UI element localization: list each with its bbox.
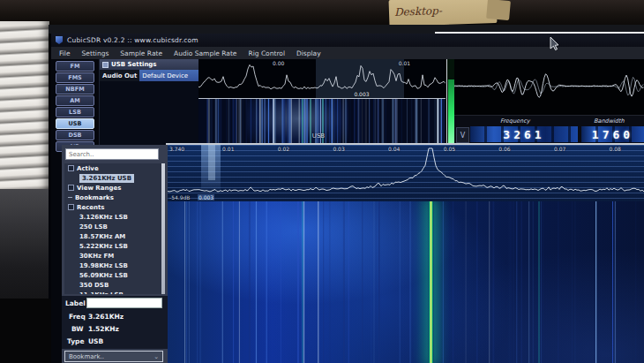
main-spectrum-view[interactable]: 3.740 -54.9dB 0.003 0.010.020.030.040.05…	[168, 145, 644, 201]
tree-item-label: 19.98KHz LSB	[79, 262, 128, 269]
type-field-value: USB	[88, 337, 103, 345]
mouse-cursor-arrow	[549, 36, 560, 52]
tree-item-11-1khz-lsb[interactable]: 11.1KHz LSB	[64, 290, 165, 294]
bandwidth-value[interactable]: 1760	[592, 128, 633, 141]
demod-waterfall-view[interactable]: USB	[198, 99, 446, 143]
tree-section-view-ranges[interactable]: View Ranges	[64, 183, 165, 193]
tree-expand-icon[interactable]	[68, 204, 74, 210]
main-spectrum-tick: 0.07	[554, 146, 565, 152]
audio-out-label: Audio Out	[100, 70, 139, 81]
tree-expand-icon[interactable]	[68, 197, 72, 198]
main-spectrum-tick: 0.02	[278, 146, 289, 152]
tree-section-bookmarks[interactable]: Bookmarks	[64, 193, 165, 202]
mode-button-lsb[interactable]: LSB	[56, 107, 94, 117]
frequency-value[interactable]: 3261	[503, 128, 544, 141]
tree-item-250-lsb[interactable]: 250 LSB	[64, 222, 165, 231]
demod-settings-title: USB Settings	[111, 61, 157, 68]
tree-expand-icon[interactable]	[68, 185, 74, 191]
mode-button-nbfm[interactable]: NBFM	[56, 84, 94, 95]
main-spectrum-tick: 0.04	[388, 146, 400, 152]
tree-section-label: Recents	[77, 204, 105, 211]
demod-center-frequency-label: 0.003	[354, 91, 369, 97]
tree-item-350-dsb[interactable]: 350 DSB	[64, 280, 165, 290]
main-spectrum-tick: 0.05	[444, 146, 455, 152]
main-spectrum-trace	[168, 145, 644, 201]
menu-rig-control[interactable]: Rig Control	[248, 49, 285, 57]
tree-expand-icon[interactable]	[68, 165, 74, 171]
tree-item-label: 5.222KHz LSB	[79, 243, 128, 250]
mode-button-fms[interactable]: FMS	[56, 72, 94, 83]
monitor-bezel-corner	[0, 299, 51, 363]
demod-spectrum-tick: 0.00	[273, 60, 284, 66]
tree-item-5-222khz-lsb[interactable]: 5.222KHz LSB	[64, 241, 165, 251]
tree-section-label: View Ranges	[77, 185, 121, 192]
handwritten-tape-label: Desktop-	[389, 0, 498, 26]
bookmark-dropdown[interactable]: Bookmark.. ⌄	[64, 351, 163, 362]
tree-section-label: Bookmarks	[75, 194, 114, 201]
demod-settings-header: USB Settings	[100, 59, 199, 70]
main-spectrum-tick: 0.01	[222, 146, 234, 152]
scope-traces	[454, 59, 644, 115]
tree-item-30khz-fm[interactable]: 30KHz FM	[64, 251, 165, 261]
modem-selector: FMFMSNBFMAMLSBUSBDSBI/Q	[51, 59, 99, 146]
chevron-down-icon: ⌄	[154, 353, 159, 360]
tree-scrollbar[interactable]	[161, 163, 165, 294]
mode-button-fm[interactable]: FM	[56, 61, 94, 72]
bw-field-caption: BW	[71, 325, 84, 333]
tree-item-label: 350 DSB	[79, 282, 109, 289]
tree-item-18-57khz-am[interactable]: 18.57KHz AM	[64, 231, 165, 241]
tree-item-label: 56.09KHz LSB	[79, 272, 128, 279]
strong-signal-carrier-line	[428, 201, 434, 363]
freq-field-value: 3.261KHz	[88, 313, 124, 321]
bandwidth-digits-control[interactable]: 1760	[581, 126, 644, 142]
tree-item-label: 3.261KHz USB	[79, 174, 134, 183]
type-field-caption: Type	[67, 337, 85, 345]
tape-scrap	[486, 0, 511, 20]
main-spectrum-tick: 0.03	[333, 146, 344, 152]
tree-item-3-261khz-usb[interactable]: 3.261KHz USB	[64, 173, 165, 183]
tree-section-recents[interactable]: Recents	[64, 202, 165, 212]
tree-section-active[interactable]: Active	[64, 163, 165, 173]
demod-spectrum-view[interactable]: 0.003 0.000.01	[198, 59, 446, 98]
v-gain-indicator[interactable]: V	[456, 127, 469, 143]
bookmark-edit-form: Label Freq 3.261KHz BW 1.52KHz Type USB	[62, 296, 168, 349]
bookmarks-dock: Active3.261KHz USBView RangesBookmarksRe…	[62, 145, 168, 363]
label-input[interactable]	[86, 298, 162, 308]
freq-field-caption: Freq	[69, 313, 86, 321]
frequency-caption: Frequency	[500, 117, 530, 125]
monitor-screen: CubicSDR v0.2.2 :: www.cubicsdr.com File…	[49, 25, 644, 363]
mode-button-dsb[interactable]: DSB	[56, 130, 94, 140]
mode-button-usb[interactable]: USB	[56, 118, 94, 129]
demod-spectrum-tick: 0.01	[399, 60, 410, 66]
menu-display[interactable]: Display	[296, 49, 321, 57]
tree-item-label: 18.57KHz AM	[79, 233, 125, 240]
frequency-digits-control[interactable]: 3261	[470, 126, 578, 142]
tree-item-label: 30KHz FM	[79, 253, 114, 260]
spectrum-start-frequency-label: 3.740	[169, 146, 184, 152]
tree-item-19-98khz-lsb[interactable]: 19.98KHz LSB	[64, 261, 165, 270]
search-input[interactable]	[65, 148, 159, 160]
main-waterfall-view[interactable]	[168, 201, 644, 363]
settings-box-icon	[102, 62, 109, 68]
spectrum-db-floor-label: -54.9dB	[169, 194, 190, 200]
bookmark-dropdown-label: Bookmark..	[69, 353, 104, 360]
audio-out-device-select[interactable]: Default Device	[139, 70, 199, 81]
main-spectrum-tick: 0.08	[610, 146, 621, 152]
faint-signal-line	[538, 201, 540, 363]
spectrum-db-sub-label: 0.003	[198, 194, 214, 200]
monitor-bezel-top	[0, 0, 644, 26]
tuning-display-row: Frequency Bandwidth V 3261 1760	[454, 115, 644, 145]
audio-out-row[interactable]: Audio Out Default Device	[100, 70, 199, 81]
menu-file[interactable]: File	[59, 49, 71, 57]
main-waterfall-streaks	[168, 201, 644, 363]
menu-settings[interactable]: Settings	[82, 49, 109, 57]
menu-sample-rate[interactable]: Sample Rate	[120, 49, 162, 57]
audio-scope-view[interactable]	[454, 59, 644, 115]
menu-audio-sample-rate[interactable]: Audio Sample Rate	[174, 49, 236, 57]
tree-item-56-09khz-lsb[interactable]: 56.09KHz LSB	[64, 270, 165, 280]
bandwidth-caption: Bandwidth	[594, 117, 625, 125]
tree-item-label: 250 LSB	[79, 223, 108, 231]
bw-field-value: 1.52KHz	[88, 325, 119, 333]
tree-item-3-126khz-lsb[interactable]: 3.126KHz LSB	[64, 212, 165, 222]
mode-button-am[interactable]: AM	[56, 95, 94, 106]
